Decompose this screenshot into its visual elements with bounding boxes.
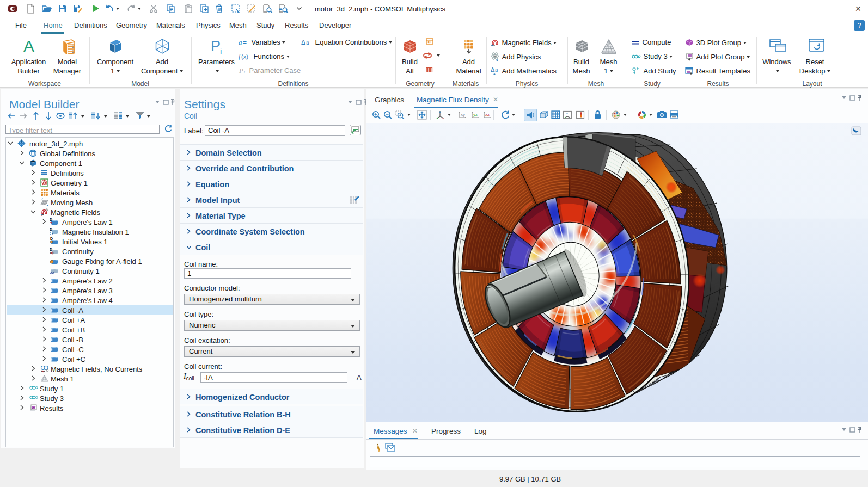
svg-text:C: C (52, 232, 55, 236)
svg-text:u: u (495, 66, 498, 73)
svg-text:i: i (244, 69, 246, 75)
svg-text:i: i (220, 46, 222, 54)
svg-text:P: P (239, 67, 243, 75)
svg-text:D: D (50, 218, 52, 221)
svg-text:D: D (50, 227, 52, 231)
svg-text:A: A (23, 38, 34, 54)
svg-text:D: D (50, 237, 53, 241)
svg-text:u: u (306, 39, 309, 46)
svg-text:xz: xz (485, 112, 490, 117)
svg-text:D: D (50, 248, 52, 251)
svg-text:xy: xy (461, 112, 465, 117)
svg-text:Δ: Δ (301, 39, 305, 46)
svg-text:a: a (239, 39, 242, 46)
svg-text:Δ: Δ (491, 66, 495, 73)
svg-text:=: = (243, 39, 247, 46)
svg-text:yz: yz (473, 112, 478, 117)
svg-text:(x): (x) (241, 53, 248, 60)
svg-text:P: P (211, 38, 221, 54)
